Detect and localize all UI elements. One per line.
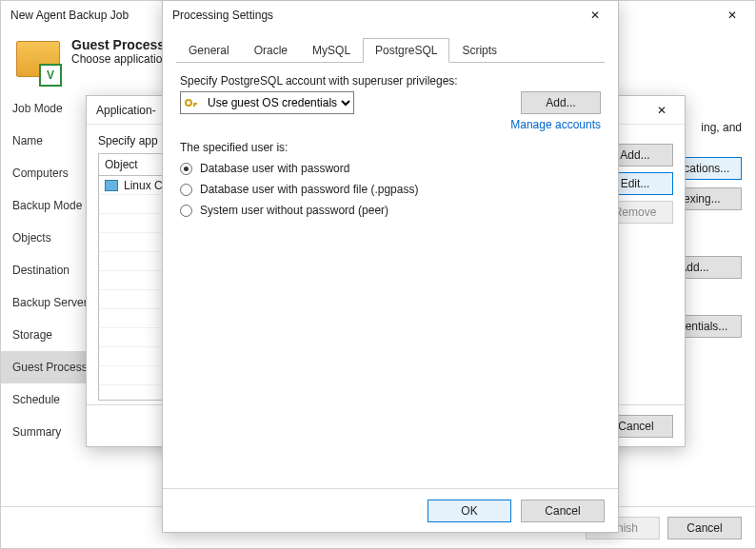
dialog-titlebar: Processing Settings ✕ <box>163 1 618 29</box>
tab-oracle[interactable]: Oracle <box>242 38 300 63</box>
close-icon[interactable]: ✕ <box>645 97 679 124</box>
radio-option[interactable]: System user without password (peer) <box>180 200 601 221</box>
credentials-select[interactable]: Use guest OS credentials <box>180 91 354 114</box>
radio-option[interactable]: Database user with password <box>180 158 601 179</box>
user-type-radios: Database user with passwordDatabase user… <box>180 158 601 221</box>
radio-option[interactable]: Database user with password file (.pgpas… <box>180 179 601 200</box>
close-icon[interactable]: ✕ <box>578 2 612 29</box>
radio-label: Database user with password <box>200 162 349 175</box>
wizard-icon: V <box>14 37 64 87</box>
options-title: Application- <box>96 104 156 117</box>
add-credentials-button[interactable]: Add... <box>521 91 601 114</box>
ok-button[interactable]: OK <box>428 500 511 522</box>
radio-label: System user without password (peer) <box>200 204 388 217</box>
pg-account-label: Specify PostgreSQL account with superuse… <box>180 74 601 88</box>
tab-mysql[interactable]: MySQL <box>300 38 363 63</box>
radio-label: Database user with password file (.pgpas… <box>200 183 418 196</box>
computer-icon <box>105 180 118 191</box>
tab-scripts[interactable]: Scripts <box>449 38 509 63</box>
dialog-tabs: GeneralOracleMySQLPostgreSQLScripts <box>176 37 605 63</box>
tab-general[interactable]: General <box>176 38 242 63</box>
cancel-button[interactable]: Cancel <box>521 500 605 522</box>
user-is-label: The specified user is: <box>180 141 601 154</box>
close-icon[interactable]: ✕ <box>715 2 749 29</box>
tab-postgresql[interactable]: PostgreSQL <box>363 38 449 63</box>
processing-settings-dialog: Processing Settings ✕ GeneralOracleMySQL… <box>162 0 619 533</box>
wizard-right-text: ing, and <box>701 119 742 136</box>
cancel-button[interactable]: Cancel <box>667 517 742 539</box>
dialog-title: Processing Settings <box>172 9 273 22</box>
wizard-title: New Agent Backup Job <box>10 9 129 22</box>
list-item-label: Linux C <box>124 179 163 192</box>
manage-accounts-link[interactable]: Manage accounts <box>180 118 601 131</box>
